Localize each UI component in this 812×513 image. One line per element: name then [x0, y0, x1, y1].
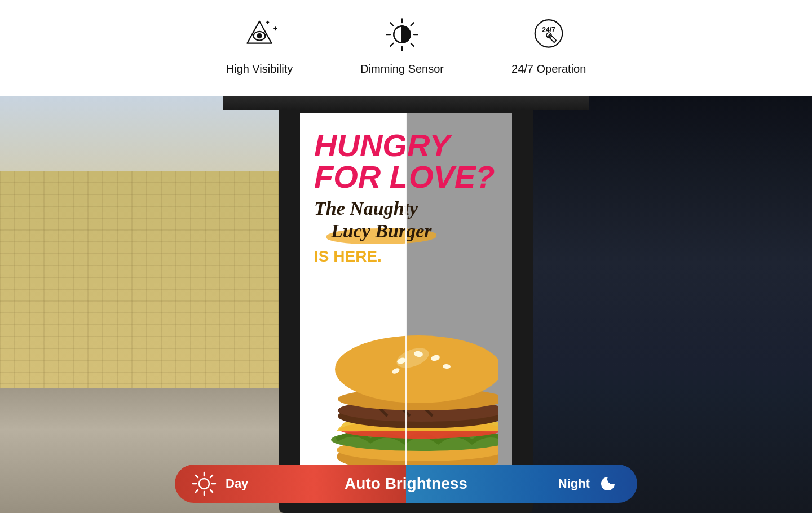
auto-brightness-bar: Day Night Auto Brightness — [175, 465, 637, 503]
svg-line-45 — [210, 475, 213, 477]
day-label: Day — [226, 476, 248, 491]
svg-line-10 — [390, 23, 393, 25]
half-circle-sun-icon — [379, 15, 425, 55]
kiosk-screen: HUNGRY FOR LOVE? The Naughty Lucy Burger… — [300, 113, 512, 485]
svg-rect-17 — [549, 35, 556, 42]
ad-subtitle-line2: Lucy Burger — [331, 220, 432, 242]
svg-line-12 — [411, 23, 414, 25]
ad-subtitle-line2-wrapper: Lucy Burger — [331, 220, 432, 242]
eye-diamond-icon — [237, 15, 282, 55]
kiosk-outer-frame: HUNGRY FOR LOVE? The Naughty Lucy Burger… — [279, 96, 533, 513]
svg-line-44 — [210, 490, 213, 492]
247-operation-label: 24/7 Operation — [511, 63, 586, 76]
svg-line-13 — [390, 43, 393, 46]
night-label: Night — [558, 476, 590, 491]
svg-point-31 — [335, 335, 498, 403]
feature-dimming-sensor: Dimming Sensor — [360, 15, 444, 76]
247-wrench-icon: 24/7 — [526, 15, 571, 55]
dimming-sensor-label: Dimming Sensor — [360, 63, 444, 76]
svg-point-38 — [199, 479, 209, 489]
feature-high-visibility: High Visibility — [226, 15, 293, 76]
features-section: High Visibility Dimming Sensor — [0, 0, 812, 96]
main-scene: HUNGRY FOR LOVE? The Naughty Lucy Burger… — [0, 96, 812, 513]
svg-point-1 — [257, 34, 261, 38]
high-visibility-label: High Visibility — [226, 63, 293, 76]
svg-line-11 — [411, 43, 414, 46]
auto-brightness-label: Auto Brightness — [345, 475, 467, 493]
kiosk-shelter-top — [223, 96, 589, 110]
feature-247-operation: 24/7 24/7 Operation — [511, 15, 586, 76]
sun-icon — [192, 471, 217, 496]
svg-line-43 — [196, 475, 198, 477]
screen-split-line — [405, 113, 407, 485]
kiosk-container: HUNGRY FOR LOVE? The Naughty Lucy Burger… — [268, 96, 544, 513]
moon-icon — [599, 473, 620, 494]
svg-line-46 — [196, 490, 198, 492]
